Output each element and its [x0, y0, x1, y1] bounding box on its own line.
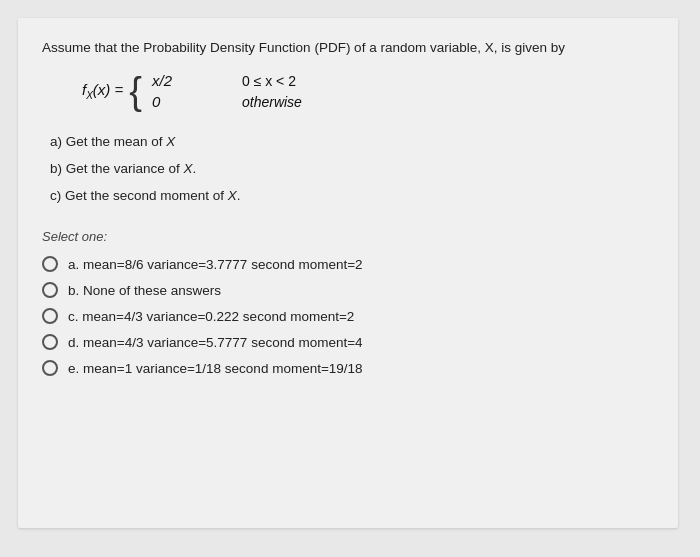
- option-c[interactable]: c. mean=4/3 variance=0.222 second moment…: [42, 308, 654, 324]
- radio-e[interactable]: [42, 360, 58, 376]
- option-a[interactable]: a. mean=8/6 variance=3.7777 second momen…: [42, 256, 654, 272]
- option-a-text: a. mean=8/6 variance=3.7777 second momen…: [68, 257, 363, 272]
- option-b-text: b. None of these answers: [68, 283, 221, 298]
- radio-a[interactable]: [42, 256, 58, 272]
- sub-questions: a) Get the mean of X b) Get the variance…: [50, 128, 654, 209]
- option-e[interactable]: e. mean=1 variance=1/18 second moment=19…: [42, 360, 654, 376]
- option-e-text: e. mean=1 variance=1/18 second moment=19…: [68, 361, 363, 376]
- sub-question-c: c) Get the second moment of X.: [50, 182, 654, 209]
- option-d-text: d. mean=4/3 variance=5.7777 second momen…: [68, 335, 363, 350]
- option-d[interactable]: d. mean=4/3 variance=5.7777 second momen…: [42, 334, 654, 350]
- case1-expr: x/2: [152, 72, 202, 89]
- option-b[interactable]: b. None of these answers: [42, 282, 654, 298]
- question-intro: Assume that the Probability Density Func…: [42, 38, 654, 58]
- radio-d[interactable]: [42, 334, 58, 350]
- case2-expr: 0: [152, 93, 202, 110]
- cases-block: x/2 0 ≤ x < 2 0 otherwise: [152, 72, 302, 110]
- case1-cond: 0 ≤ x < 2: [242, 73, 296, 89]
- pdf-formula: fX(x) = { x/2 0 ≤ x < 2 0 otherwise: [82, 72, 654, 110]
- radio-c[interactable]: [42, 308, 58, 324]
- case-row-1: x/2 0 ≤ x < 2: [152, 72, 302, 89]
- case-row-2: 0 otherwise: [152, 93, 302, 110]
- case2-cond: otherwise: [242, 94, 302, 110]
- radio-b[interactable]: [42, 282, 58, 298]
- option-c-text: c. mean=4/3 variance=0.222 second moment…: [68, 309, 354, 324]
- sub-question-a: a) Get the mean of X: [50, 128, 654, 155]
- select-one-label: Select one:: [42, 229, 654, 244]
- options-list: a. mean=8/6 variance=3.7777 second momen…: [42, 256, 654, 376]
- question-card: Assume that the Probability Density Func…: [18, 18, 678, 528]
- open-brace: {: [129, 72, 142, 110]
- fx-label: fX(x) =: [82, 81, 123, 101]
- sub-question-b: b) Get the variance of X.: [50, 155, 654, 182]
